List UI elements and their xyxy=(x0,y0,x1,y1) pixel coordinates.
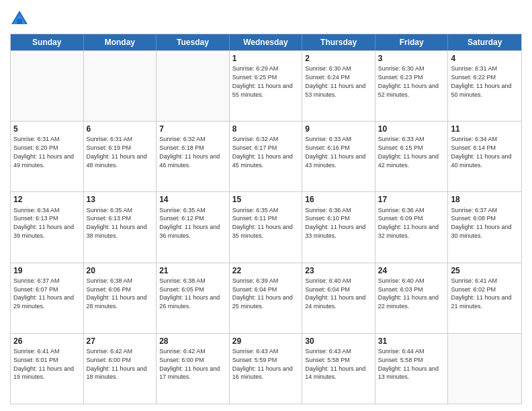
empty-cell xyxy=(84,51,157,121)
day-info-8: Sunrise: 6:32 AM Sunset: 6:17 PM Dayligh… xyxy=(232,136,293,168)
day-info-19: Sunrise: 6:37 AM Sunset: 6:07 PM Dayligh… xyxy=(13,277,74,310)
day-info-17: Sunrise: 6:36 AM Sunset: 6:09 PM Dayligh… xyxy=(378,207,439,239)
day-3: 3Sunrise: 6:30 AM Sunset: 6:23 PM Daylig… xyxy=(375,51,449,121)
day-6: 6Sunrise: 6:31 AM Sunset: 6:19 PM Daylig… xyxy=(84,122,157,191)
day-info-13: Sunrise: 6:35 AM Sunset: 6:13 PM Dayligh… xyxy=(87,207,147,239)
logo-icon xyxy=(10,9,29,28)
day-15: 15Sunrise: 6:35 AM Sunset: 6:11 PM Dayli… xyxy=(230,192,303,262)
day-23: 23Sunrise: 6:40 AM Sunset: 6:04 PM Dayli… xyxy=(302,263,375,333)
day-info-15: Sunrise: 6:35 AM Sunset: 6:11 PM Dayligh… xyxy=(232,207,293,239)
header-wednesday: Wednesday xyxy=(230,34,303,50)
calendar: SundayMondayTuesdayWednesdayThursdayFrid… xyxy=(10,34,522,404)
header-tuesday: Tuesday xyxy=(157,34,230,50)
day-info-16: Sunrise: 6:36 AM Sunset: 6:10 PM Dayligh… xyxy=(305,207,365,239)
day-18: 18Sunrise: 6:37 AM Sunset: 6:08 PM Dayli… xyxy=(448,192,521,262)
week-row-1: 5Sunrise: 6:31 AM Sunset: 6:20 PM Daylig… xyxy=(11,121,521,191)
day-5: 5Sunrise: 6:31 AM Sunset: 6:20 PM Daylig… xyxy=(11,122,84,191)
day-number-18: 18 xyxy=(451,194,519,205)
day-number-8: 8 xyxy=(232,124,300,134)
day-info-30: Sunrise: 6:43 AM Sunset: 5:58 PM Dayligh… xyxy=(305,348,365,380)
day-9: 9Sunrise: 6:33 AM Sunset: 6:16 PM Daylig… xyxy=(302,122,375,191)
day-7: 7Sunrise: 6:32 AM Sunset: 6:18 PM Daylig… xyxy=(157,122,230,191)
day-info-23: Sunrise: 6:40 AM Sunset: 6:04 PM Dayligh… xyxy=(305,277,365,310)
day-22: 22Sunrise: 6:39 AM Sunset: 6:04 PM Dayli… xyxy=(230,263,303,333)
day-1: 1Sunrise: 6:29 AM Sunset: 6:25 PM Daylig… xyxy=(230,51,303,121)
day-info-2: Sunrise: 6:30 AM Sunset: 6:24 PM Dayligh… xyxy=(305,65,365,97)
day-number-1: 1 xyxy=(232,53,300,64)
day-number-19: 19 xyxy=(13,265,81,276)
day-info-18: Sunrise: 6:37 AM Sunset: 6:08 PM Dayligh… xyxy=(451,207,511,239)
day-10: 10Sunrise: 6:33 AM Sunset: 6:15 PM Dayli… xyxy=(375,122,449,191)
day-14: 14Sunrise: 6:35 AM Sunset: 6:12 PM Dayli… xyxy=(157,192,230,262)
header xyxy=(10,7,522,28)
day-info-1: Sunrise: 6:29 AM Sunset: 6:25 PM Dayligh… xyxy=(232,65,293,97)
day-info-12: Sunrise: 6:34 AM Sunset: 6:13 PM Dayligh… xyxy=(13,207,74,239)
day-number-30: 30 xyxy=(305,336,372,347)
day-17: 17Sunrise: 6:36 AM Sunset: 6:09 PM Dayli… xyxy=(375,192,449,262)
day-number-16: 16 xyxy=(305,194,372,205)
day-16: 16Sunrise: 6:36 AM Sunset: 6:10 PM Dayli… xyxy=(302,192,375,262)
day-number-27: 27 xyxy=(87,336,154,347)
day-info-31: Sunrise: 6:44 AM Sunset: 5:58 PM Dayligh… xyxy=(378,348,439,380)
day-info-7: Sunrise: 6:32 AM Sunset: 6:18 PM Dayligh… xyxy=(159,136,220,168)
calendar-body: 1Sunrise: 6:29 AM Sunset: 6:25 PM Daylig… xyxy=(11,50,521,404)
day-number-24: 24 xyxy=(378,265,445,276)
day-info-3: Sunrise: 6:30 AM Sunset: 6:23 PM Dayligh… xyxy=(378,65,439,97)
day-20: 20Sunrise: 6:38 AM Sunset: 6:06 PM Dayli… xyxy=(84,263,157,333)
day-number-7: 7 xyxy=(159,124,226,134)
day-number-13: 13 xyxy=(87,194,154,205)
empty-cell xyxy=(448,334,521,404)
day-24: 24Sunrise: 6:40 AM Sunset: 6:03 PM Dayli… xyxy=(375,263,449,333)
week-row-2: 12Sunrise: 6:34 AM Sunset: 6:13 PM Dayli… xyxy=(11,191,521,262)
day-11: 11Sunrise: 6:34 AM Sunset: 6:14 PM Dayli… xyxy=(448,122,521,191)
day-info-20: Sunrise: 6:38 AM Sunset: 6:06 PM Dayligh… xyxy=(87,277,147,310)
svg-rect-2 xyxy=(17,19,22,24)
day-number-9: 9 xyxy=(305,124,372,134)
day-info-21: Sunrise: 6:38 AM Sunset: 6:05 PM Dayligh… xyxy=(159,277,220,310)
day-number-12: 12 xyxy=(13,194,81,205)
day-info-6: Sunrise: 6:31 AM Sunset: 6:19 PM Dayligh… xyxy=(87,136,147,168)
day-info-11: Sunrise: 6:34 AM Sunset: 6:14 PM Dayligh… xyxy=(451,136,511,168)
day-info-22: Sunrise: 6:39 AM Sunset: 6:04 PM Dayligh… xyxy=(232,277,293,310)
day-number-29: 29 xyxy=(232,336,300,347)
header-sunday: Sunday xyxy=(11,34,84,50)
week-row-0: 1Sunrise: 6:29 AM Sunset: 6:25 PM Daylig… xyxy=(11,50,521,121)
day-info-26: Sunrise: 6:41 AM Sunset: 6:01 PM Dayligh… xyxy=(13,348,74,380)
day-number-4: 4 xyxy=(451,53,519,64)
day-25: 25Sunrise: 6:41 AM Sunset: 6:02 PM Dayli… xyxy=(448,263,521,333)
day-info-10: Sunrise: 6:33 AM Sunset: 6:15 PM Dayligh… xyxy=(378,136,439,168)
empty-cell xyxy=(157,51,230,121)
day-info-9: Sunrise: 6:33 AM Sunset: 6:16 PM Dayligh… xyxy=(305,136,365,168)
header-saturday: Saturday xyxy=(448,34,521,50)
day-number-5: 5 xyxy=(13,124,81,134)
day-number-10: 10 xyxy=(378,124,445,134)
day-29: 29Sunrise: 6:43 AM Sunset: 5:59 PM Dayli… xyxy=(230,334,303,404)
header-monday: Monday xyxy=(84,34,157,50)
day-13: 13Sunrise: 6:35 AM Sunset: 6:13 PM Dayli… xyxy=(84,192,157,262)
day-number-21: 21 xyxy=(159,265,226,276)
day-21: 21Sunrise: 6:38 AM Sunset: 6:05 PM Dayli… xyxy=(157,263,230,333)
day-26: 26Sunrise: 6:41 AM Sunset: 6:01 PM Dayli… xyxy=(11,334,84,404)
day-info-28: Sunrise: 6:42 AM Sunset: 6:00 PM Dayligh… xyxy=(159,348,220,380)
day-30: 30Sunrise: 6:43 AM Sunset: 5:58 PM Dayli… xyxy=(302,334,375,404)
day-number-14: 14 xyxy=(159,194,226,205)
day-number-11: 11 xyxy=(451,124,519,134)
day-4: 4Sunrise: 6:31 AM Sunset: 6:22 PM Daylig… xyxy=(448,51,521,121)
week-row-3: 19Sunrise: 6:37 AM Sunset: 6:07 PM Dayli… xyxy=(11,263,521,333)
day-number-25: 25 xyxy=(451,265,519,276)
day-number-3: 3 xyxy=(378,53,445,64)
day-number-20: 20 xyxy=(87,265,154,276)
calendar-header-row: SundayMondayTuesdayWednesdayThursdayFrid… xyxy=(11,34,521,50)
day-number-6: 6 xyxy=(87,124,154,134)
day-number-2: 2 xyxy=(305,53,372,64)
empty-cell xyxy=(11,51,84,121)
day-info-4: Sunrise: 6:31 AM Sunset: 6:22 PM Dayligh… xyxy=(451,65,511,97)
day-28: 28Sunrise: 6:42 AM Sunset: 6:00 PM Dayli… xyxy=(157,334,230,404)
day-19: 19Sunrise: 6:37 AM Sunset: 6:07 PM Dayli… xyxy=(11,263,84,333)
day-number-28: 28 xyxy=(159,336,226,347)
day-info-27: Sunrise: 6:42 AM Sunset: 6:00 PM Dayligh… xyxy=(87,348,147,380)
week-row-4: 26Sunrise: 6:41 AM Sunset: 6:01 PM Dayli… xyxy=(11,333,521,404)
day-2: 2Sunrise: 6:30 AM Sunset: 6:24 PM Daylig… xyxy=(302,51,375,121)
day-info-25: Sunrise: 6:41 AM Sunset: 6:02 PM Dayligh… xyxy=(451,277,511,310)
header-thursday: Thursday xyxy=(302,34,375,50)
